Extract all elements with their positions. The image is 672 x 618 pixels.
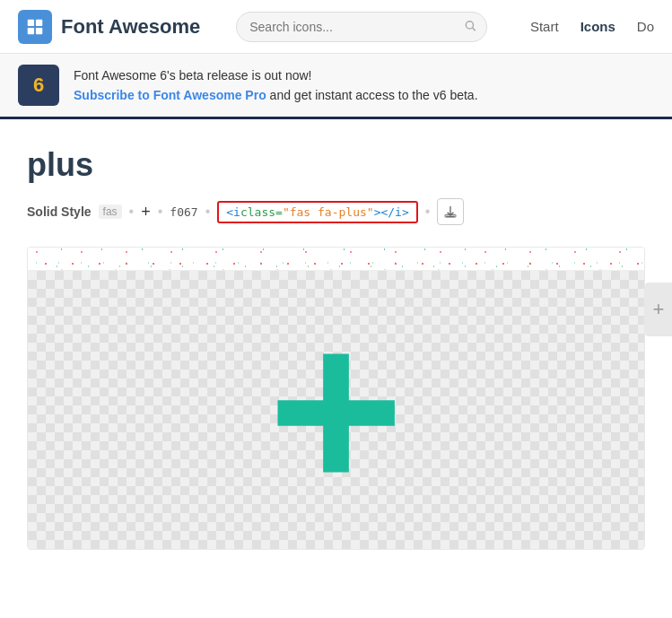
checker-background: + — [28, 271, 644, 549]
main-content: plus Solid Style fas • + • f067 • <i cla… — [0, 119, 672, 550]
style-row: Solid Style fas • + • f067 • <i class="f… — [27, 198, 645, 225]
next-icon-button[interactable]: + — [645, 283, 672, 336]
separator-2: • — [158, 204, 163, 220]
separator-1: • — [129, 204, 135, 220]
header: Font Awesome Start Icons Do — [0, 0, 672, 54]
search-icon — [464, 19, 476, 34]
svg-rect-2 — [28, 27, 34, 33]
style-tag: fas — [99, 205, 122, 219]
download-button[interactable] — [437, 198, 464, 225]
plus-icon-display: + — [268, 293, 405, 527]
banner-pro-link[interactable]: Subscribe to Font Awesome Pro — [74, 88, 266, 102]
icon-preview: + — [27, 247, 645, 550]
icon-title: plus — [27, 146, 645, 184]
svg-rect-0 — [28, 19, 34, 25]
svg-rect-3 — [36, 27, 42, 33]
banner-message: Font Awesome 6's beta release is out now… — [74, 65, 478, 106]
announcement-banner: 6 Font Awesome 6's beta release is out n… — [0, 54, 672, 119]
separator-3: • — [205, 204, 211, 220]
nav-do[interactable]: Do — [637, 19, 654, 34]
style-label: Solid Style — [27, 205, 92, 219]
svg-line-5 — [473, 28, 476, 30]
nav: Start Icons Do — [530, 19, 654, 34]
confetti-decoration — [28, 248, 644, 271]
separator-4: • — [425, 204, 431, 220]
logo-icon — [18, 10, 52, 44]
search-input[interactable] — [236, 12, 487, 42]
unicode-value: f067 — [170, 205, 197, 219]
nav-start[interactable]: Start — [530, 19, 559, 34]
nav-icons[interactable]: Icons — [580, 19, 615, 34]
svg-point-4 — [467, 21, 474, 28]
code-snippet[interactable]: <i class="fas fa-plus"></i> — [217, 201, 418, 223]
search-bar — [236, 12, 487, 42]
banner-badge: 6 — [18, 65, 59, 106]
logo-text: Font Awesome — [61, 15, 200, 39]
logo[interactable]: Font Awesome — [18, 10, 200, 44]
plus-bullet: + — [141, 203, 151, 222]
svg-rect-1 — [36, 19, 42, 25]
